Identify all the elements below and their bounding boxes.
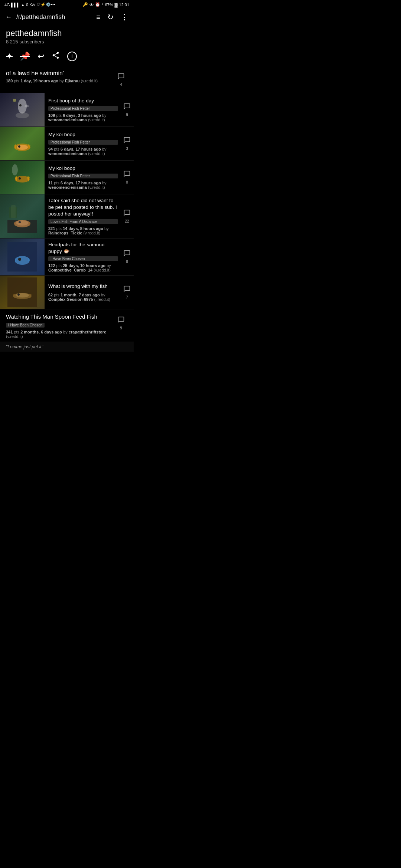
post-item[interactable]: What is wrong with my fish 62 pts 1 mont… <box>0 276 134 309</box>
subreddit-header: petthedamnfish 8 215 subscribers <box>0 26 134 49</box>
comment-button[interactable]: 3 <box>120 127 134 160</box>
post-item[interactable]: Headpats for the samurai puppy 🐡 I Have … <box>0 239 134 276</box>
svg-point-22 <box>16 293 29 297</box>
svg-rect-4 <box>13 99 16 102</box>
comment-icon <box>123 285 131 295</box>
post-flair: Professional Fish Petter <box>48 174 118 178</box>
caption-bar: "Lemme just pet it" <box>0 342 134 352</box>
alarm-icon: ⏰ <box>95 2 100 7</box>
svg-point-6 <box>17 145 28 150</box>
post-item[interactable]: My koi boop Professional Fish Petter 11 … <box>0 161 134 194</box>
comment-count: 22 <box>125 219 129 223</box>
back-button[interactable]: ← <box>4 13 13 22</box>
comment-button[interactable]: 0 <box>120 161 134 194</box>
svg-point-23 <box>17 293 20 296</box>
notification-icons: 🛡⚡⚙️••• <box>36 2 55 7</box>
svg-point-7 <box>18 145 20 148</box>
svg-point-13 <box>16 220 28 226</box>
signal-strength: 4G <box>4 3 10 7</box>
comment-count: 4 <box>120 83 122 87</box>
post-flair: Loves Fish From A Distance <box>48 219 118 224</box>
comment-button[interactable]: 22 <box>120 194 134 238</box>
status-left: 4G ▌▌▌ ▲ 0 K/s 🛡⚡⚙️••• <box>4 2 55 7</box>
post-meta: 180 pts 1 day, 19 hours ago by Ejkarau (… <box>6 79 114 83</box>
comment-icon <box>123 209 131 218</box>
post-title: of a lawd he swimmin' <box>6 70 114 78</box>
battery-percent: 67% <box>105 3 113 7</box>
post-thumbnail <box>0 127 45 160</box>
post-thumbnail <box>0 239 45 275</box>
post-flair: Professional Fish Petter <box>48 106 118 111</box>
comment-icon <box>123 250 131 259</box>
comment-count: 9 <box>126 113 128 117</box>
post-content: Tater said she did not want to be pet an… <box>45 194 120 238</box>
post-title: My koi boop <box>48 131 118 138</box>
post-content: What is wrong with my fish 62 pts 1 mont… <box>45 276 120 309</box>
share-icon[interactable] <box>52 51 60 61</box>
filter-button[interactable]: ≡ <box>95 12 101 22</box>
post-flair: I Have Been Chosen <box>48 256 118 261</box>
app-bar-icons: ≡ ↻ ⋮ <box>95 11 129 23</box>
eye-icon: 👁 <box>89 3 94 7</box>
caption-text: "Lemme just pet it" <box>6 344 43 349</box>
comment-count: 7 <box>126 295 128 299</box>
subscriber-count: 8 215 subscribers <box>6 39 128 45</box>
post-content: My koi boop Professional Fish Petter 94 … <box>45 127 120 160</box>
comment-count: 0 <box>126 180 128 184</box>
reply-icon[interactable]: ↩ <box>38 52 44 61</box>
more-menu-button[interactable]: ⋮ <box>120 11 129 23</box>
post-content: My koi boop Professional Fish Petter 11 … <box>45 161 120 194</box>
comment-icon <box>123 103 131 112</box>
post-item[interactable]: of a lawd he swimmin' 180 pts 1 day, 19 … <box>0 65 134 93</box>
app-bar-title: /r/petthedamnfish <box>16 13 92 21</box>
post-content: First boop of the day Professional Fish … <box>45 93 120 126</box>
post-content: Headpats for the samurai puppy 🐡 I Have … <box>45 239 120 275</box>
comment-button[interactable]: 8 <box>120 239 134 275</box>
action-bar: ✦ 📌 ↩ i <box>0 49 134 65</box>
post-meta: 11 pts 6 days, 17 hours ago by wenomenci… <box>48 181 118 190</box>
post-item[interactable]: Watching This Man Spoon Feed Fish I Have… <box>0 309 134 342</box>
comment-button[interactable]: 7 <box>120 276 134 309</box>
post-content: of a lawd he swimmin' 180 pts 1 day, 19 … <box>6 70 114 83</box>
comment-icon <box>117 316 125 325</box>
post-meta: 341 pts 2 months, 6 days ago by crapatth… <box>6 330 114 339</box>
bluetooth-icon: * <box>102 3 103 7</box>
battery-icon: ▓ <box>114 3 117 7</box>
post-item[interactable]: My koi boop Professional Fish Petter 94 … <box>0 127 134 161</box>
data-speed: 0 K/s <box>26 3 35 7</box>
comment-icon <box>123 170 131 180</box>
time-display: 12:01 <box>119 3 129 7</box>
svg-point-9 <box>19 177 21 180</box>
svg-point-10 <box>12 164 18 175</box>
post-meta: 321 pts 14 days, 8 hours ago by Raindrop… <box>48 226 118 235</box>
svg-point-2 <box>19 104 22 106</box>
app-bar: ← /r/petthedamnfish ≡ ↻ ⋮ <box>0 9 134 26</box>
svg-point-14 <box>19 221 21 223</box>
status-bar: 4G ▌▌▌ ▲ 0 K/s 🛡⚡⚙️••• 🔑 👁 ⏰ * 67% ▓ 12:… <box>0 0 134 9</box>
post-thumbnail <box>0 194 45 238</box>
comment-count: 3 <box>126 147 128 151</box>
post-meta: 62 pts 1 month, 7 days ago by Complex-Se… <box>48 293 118 302</box>
post-title: My koi boop <box>48 165 118 172</box>
svg-rect-20 <box>7 277 37 307</box>
unstar-icon[interactable]: ✦ <box>6 52 13 61</box>
comment-button[interactable]: 9 <box>120 93 134 126</box>
post-item[interactable]: First boop of the day Professional Fish … <box>0 93 134 127</box>
svg-point-3 <box>25 105 29 107</box>
unpin-icon[interactable]: 📌 <box>20 52 30 61</box>
post-title: Headpats for the samurai puppy 🐡 <box>48 241 118 255</box>
comment-icon <box>117 73 125 82</box>
post-title: Watching This Man Spoon Feed Fish <box>6 313 114 320</box>
post-thumbnail <box>0 161 45 194</box>
refresh-button[interactable]: ↻ <box>107 12 114 22</box>
post-item[interactable]: Tater said she did not want to be pet an… <box>0 194 134 239</box>
post-title: First boop of the day <box>48 98 118 104</box>
post-meta: 109 pts 6 days, 3 hours ago by wenomenci… <box>48 113 118 122</box>
subreddit-name: petthedamnfish <box>6 29 128 38</box>
post-meta: 94 pts 6 days, 17 hours ago by wenomenci… <box>48 147 118 156</box>
comment-button[interactable]: 4 <box>114 70 128 90</box>
info-icon[interactable]: i <box>67 52 77 61</box>
post-title: What is wrong with my fish <box>48 283 118 290</box>
comment-button[interactable]: 9 <box>114 313 128 333</box>
post-content: Watching This Man Spoon Feed Fish I Have… <box>6 313 114 339</box>
